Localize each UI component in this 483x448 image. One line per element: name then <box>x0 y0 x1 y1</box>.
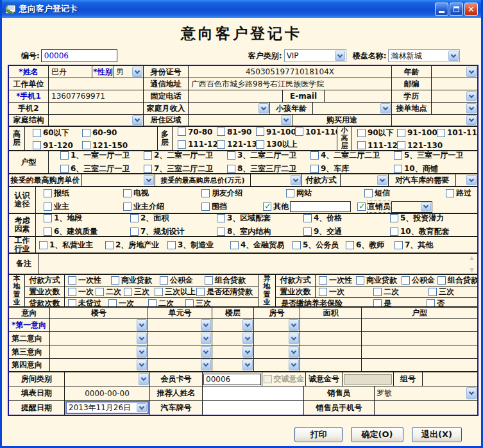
checkbox[interactable] <box>394 241 403 249</box>
checkbox[interactable] <box>286 189 294 197</box>
floor-dropdown[interactable] <box>212 345 253 358</box>
checkbox[interactable] <box>201 189 210 197</box>
checkbox[interactable] <box>217 228 225 236</box>
checkbox[interactable] <box>319 276 327 285</box>
checkbox-option[interactable]: 2、二室一厅一卫 <box>144 151 227 161</box>
checkbox-option[interactable]: 91-100 <box>256 128 295 137</box>
no-input[interactable]: 00006 <box>41 49 117 62</box>
estate-dropdown[interactable]: 瀚林新城 <box>388 49 460 62</box>
checkbox-option[interactable]: 公积金 <box>160 275 205 286</box>
checkbox[interactable] <box>346 241 354 249</box>
chevron-down-icon[interactable] <box>289 319 299 331</box>
checkbox[interactable] <box>130 228 139 236</box>
roomno-dropdown[interactable] <box>254 319 300 331</box>
checkbox-option[interactable]: 7、三室二厅二卫 <box>144 163 227 173</box>
checkbox-option[interactable]: 一次 <box>319 286 373 297</box>
checkbox-option[interactable]: 3、制造业 <box>167 240 230 251</box>
chevron-down-icon[interactable] <box>289 333 299 344</box>
chevron-down-icon[interactable] <box>137 333 147 344</box>
checkbox-option[interactable]: 60以下 <box>33 128 82 138</box>
checkbox-option[interactable]: 二次 <box>96 286 124 297</box>
floor-dropdown[interactable] <box>212 332 253 345</box>
direct-agent-dropdown[interactable] <box>391 201 432 213</box>
mobile1-field[interactable]: 13607769971 <box>49 90 144 102</box>
checkbox-option[interactable]: 路过 <box>446 188 471 199</box>
minimize-button[interactable] <box>435 3 448 16</box>
checkbox-option[interactable]: 130以上 <box>256 139 295 150</box>
checkbox[interactable] <box>155 288 163 296</box>
checkbox[interactable] <box>82 129 90 137</box>
unit-dropdown[interactable] <box>148 345 212 358</box>
checkbox-option[interactable]: 5、三室一厅一卫 <box>394 151 477 161</box>
checkbox[interactable] <box>217 128 225 136</box>
checkbox-option[interactable]: 60-90 <box>82 128 131 137</box>
roomno-dropdown[interactable] <box>254 332 300 345</box>
checkbox[interactable] <box>428 288 437 296</box>
checkbox-option[interactable]: 朋友介绍 <box>201 188 286 199</box>
checkbox[interactable] <box>217 214 225 222</box>
checkbox[interactable] <box>178 140 186 149</box>
child-age-dropdown[interactable] <box>313 103 391 114</box>
chevron-down-icon[interactable] <box>132 115 142 125</box>
work-field[interactable] <box>49 78 144 90</box>
max-unit-price-dropdown[interactable] <box>82 174 155 186</box>
checkbox-option[interactable]: 是 <box>373 298 427 306</box>
checkbox-option[interactable]: 一次性 <box>68 275 111 286</box>
chevron-down-icon[interactable] <box>201 333 211 344</box>
chevron-down-icon[interactable] <box>139 373 149 385</box>
checkbox[interactable] <box>227 165 235 173</box>
checkbox-option[interactable]: 一次 <box>68 286 96 297</box>
checkbox-option[interactable]: 91-120 <box>33 141 82 150</box>
checkbox-option[interactable]: 4、二室二厅二卫 <box>310 151 394 161</box>
chevron-down-icon[interactable] <box>144 175 154 185</box>
checkbox[interactable] <box>33 141 41 149</box>
floor-dropdown[interactable] <box>212 359 253 371</box>
checkbox-option[interactable]: 未贷过 <box>68 298 108 306</box>
region-dropdown[interactable] <box>189 115 292 126</box>
checkbox-option[interactable]: 组合贷款 <box>205 275 246 286</box>
sales-dropdown[interactable]: 罗敏 <box>375 386 477 400</box>
checkbox-option[interactable]: 3、区域配套 <box>217 214 303 224</box>
checkbox[interactable] <box>160 276 168 285</box>
checkbox[interactable] <box>373 299 382 306</box>
checkbox-option[interactable]: 8、室内结构 <box>217 226 303 236</box>
chevron-down-icon[interactable] <box>466 103 477 113</box>
checkbox[interactable] <box>111 276 119 285</box>
addr-field[interactable]: 广西百色市城乡路98号右江民族医学院 <box>189 78 392 90</box>
checkbox-option[interactable]: 81-90 <box>217 128 256 137</box>
checkbox[interactable] <box>108 299 117 306</box>
car-plate-input[interactable] <box>203 401 304 415</box>
checkbox[interactable] <box>68 276 76 285</box>
chevron-down-icon[interactable] <box>335 51 345 61</box>
chevron-down-icon[interactable] <box>377 175 387 185</box>
checkbox-option[interactable]: 101-110 <box>295 128 334 137</box>
checkbox[interactable] <box>357 129 366 137</box>
checkbox-option[interactable]: 三次 <box>185 298 211 306</box>
chevron-down-icon[interactable] <box>242 346 253 358</box>
building-dropdown[interactable] <box>50 319 148 331</box>
checkbox-option[interactable]: 否 <box>427 298 445 306</box>
print-button[interactable]: 打印 <box>294 427 343 442</box>
checkbox[interactable] <box>60 165 69 173</box>
chevron-down-icon[interactable] <box>380 103 391 113</box>
checkbox[interactable] <box>68 299 76 306</box>
checkbox[interactable] <box>44 189 52 197</box>
site-dropdown[interactable] <box>432 103 477 114</box>
checkbox-option[interactable]: 5、投资潜力 <box>390 214 477 224</box>
checkbox-option[interactable]: 组合贷款 <box>437 275 477 286</box>
checkbox[interactable] <box>196 288 205 296</box>
checkbox-option[interactable]: 公积金 <box>402 275 437 286</box>
checkbox[interactable] <box>124 288 132 296</box>
mobile2-field[interactable] <box>49 103 144 114</box>
max-total-price-dropdown[interactable] <box>251 174 301 186</box>
chevron-down-icon[interactable] <box>242 319 253 331</box>
checkbox[interactable] <box>33 129 41 137</box>
chevron-down-icon[interactable] <box>466 387 477 399</box>
checkbox[interactable] <box>201 203 210 211</box>
checkbox-option[interactable]: 7、规划设计 <box>130 226 217 236</box>
checkbox-option[interactable]: 1、地段 <box>44 214 130 224</box>
chevron-down-icon[interactable] <box>132 67 142 77</box>
checkbox[interactable] <box>373 288 382 296</box>
group-no-field[interactable] <box>423 372 477 386</box>
checkbox[interactable] <box>144 165 152 173</box>
